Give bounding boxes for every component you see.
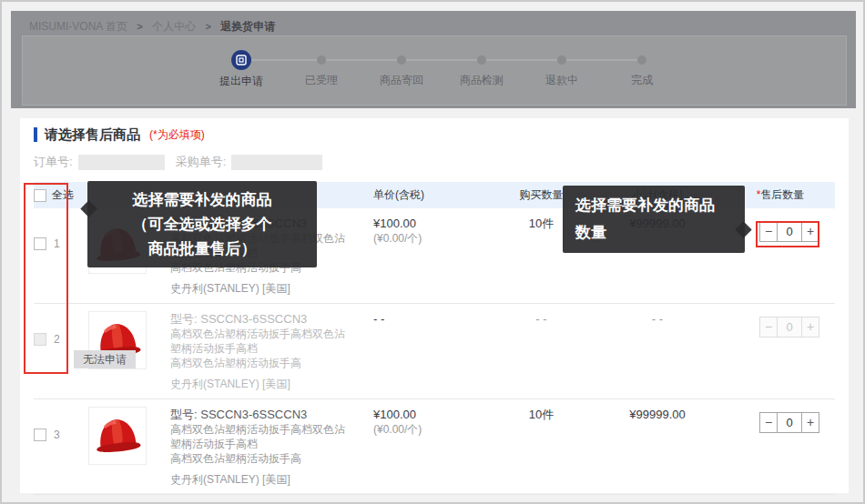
step-refunding: 退款中: [522, 49, 602, 89]
stepper-minus-button[interactable]: −: [759, 221, 778, 242]
product-desc: 高档双色沾塑柄活动扳手高档双色沾塑柄活动扳手高档: [170, 327, 348, 356]
row-checkbox[interactable]: [34, 237, 46, 250]
purchase-qty: 10件: [494, 407, 589, 422]
step-label: 商品寄回: [361, 73, 442, 88]
product-model: 型号: SSCCN3-6SSCCN3: [170, 407, 348, 422]
order-number-label: 订单号:: [34, 154, 73, 170]
stepper-plus-button: +: [801, 317, 819, 338]
header-unit-price: 单价(含税): [366, 187, 494, 203]
product-brand: 史丹利(STANLEY) [美国]: [170, 281, 348, 296]
row-index: 3: [54, 428, 60, 441]
subtotal: ¥99999.00: [589, 407, 726, 422]
step-complete: 完成: [602, 49, 682, 89]
unit-price: ¥100.00: [373, 216, 494, 231]
progress-steps: 提出申请 已受理 商品寄回 商品检测 退款中: [201, 49, 682, 89]
step-goods-returned: 商品寄回: [361, 49, 442, 89]
title-accent-bar: [34, 127, 37, 142]
service-qty-stepper: − 0 +: [759, 412, 819, 433]
select-all-label: 全选: [52, 187, 74, 203]
unit-price-per-piece: (¥0.00/个): [373, 231, 494, 246]
return-application-page: MISUMI-VONA 首页 > 个人中心 > 退换货申请 提出申请 已受理: [0, 0, 865, 504]
order-number-input[interactable]: [78, 155, 165, 170]
application-form-icon: [231, 50, 251, 70]
section-title-bar: 请选择售后商品 (*为必填项): [34, 126, 835, 143]
table-row-disabled: 2 无法申请 型号: SSCCN3-6SSCCN3 高档双色沾塑柄活动扳手高档双…: [34, 303, 835, 398]
select-service-goods-panel: 请选择售后商品 (*为必填项) 订单号: 采购单号: 全选 单价(含税) 购买数…: [20, 118, 849, 493]
subtotal: - -: [589, 311, 726, 327]
unit-price-per-piece: (¥0.00/个): [373, 422, 494, 437]
breadcrumb-current: 退换货申请: [220, 20, 275, 33]
unit-price: - -: [373, 311, 494, 327]
stepper-plus-button[interactable]: +: [801, 412, 819, 433]
stepper-value-input[interactable]: 0: [778, 221, 801, 242]
step-label: 完成: [602, 73, 682, 88]
stepper-plus-button[interactable]: +: [801, 221, 819, 242]
product-brand: 史丹利(STANLEY) [美国]: [170, 377, 348, 391]
page-title: 请选择售后商品: [45, 126, 140, 144]
stepper-minus-button: −: [759, 317, 778, 338]
stepper-minus-button[interactable]: −: [759, 412, 778, 433]
product-image-box: 无法申请: [88, 311, 147, 369]
table-row: 3 型号: SSCCN3-6SSCCN3 高档双色沾塑柄活动扳手高档双色沾塑柄活…: [34, 398, 835, 494]
purchase-number-label: 采购单号:: [176, 154, 227, 170]
step-goods-inspection: 商品检测: [442, 49, 522, 89]
dimmed-header-overlay: MISUMI-VONA 首页 > 个人中心 > 退换货申请 提出申请 已受理: [11, 11, 856, 108]
breadcrumb-home-link[interactable]: MISUMI-VONA 首页: [29, 20, 127, 33]
cannot-apply-badge: 无法申请: [74, 350, 136, 368]
product-desc: 高档双色沾塑柄活动扳手高: [170, 451, 348, 466]
breadcrumb-personal-center-link[interactable]: 个人中心: [152, 20, 196, 33]
progress-steps-panel: 提出申请 已受理 商品寄回 商品检测 退款中: [22, 35, 847, 106]
purchase-number-input[interactable]: [231, 155, 322, 170]
select-all-checkbox[interactable]: [34, 189, 46, 202]
breadcrumb: MISUMI-VONA 首页 > 个人中心 > 退换货申请: [29, 19, 275, 35]
row-checkbox-disabled: [34, 333, 46, 346]
red-helmet-image: [89, 408, 146, 464]
step-label: 退款中: [522, 73, 602, 88]
step-dot: [477, 55, 486, 65]
step-submit-application: 提出申请: [201, 49, 281, 89]
required-note: (*为必填项): [149, 127, 205, 143]
breadcrumb-separator: >: [205, 21, 210, 32]
product-image-box: [88, 407, 147, 465]
order-filter-form: 订单号: 采购单号:: [34, 154, 835, 170]
breadcrumb-separator: >: [137, 21, 142, 32]
service-qty-stepper-disabled: − 0 +: [759, 317, 819, 338]
unit-price: ¥100.00: [373, 407, 494, 422]
step-label: 已受理: [281, 73, 361, 88]
row-index: 1: [54, 237, 60, 250]
stepper-value-input: 0: [778, 317, 801, 338]
step-dot: [557, 55, 566, 65]
row-index: 2: [54, 333, 60, 346]
product-model: 型号: SSCCN3-6SSCCN3: [170, 311, 348, 327]
step-accepted: 已受理: [281, 49, 361, 89]
product-brand: 史丹利(STANLEY) [美国]: [170, 472, 348, 487]
row-checkbox[interactable]: [34, 428, 46, 441]
product-desc: 高档双色沾塑柄活动扳手高: [170, 356, 348, 370]
product-desc: 高档双色沾塑柄活动扳手高档双色沾塑柄活动扳手高档: [170, 422, 348, 451]
step-dot: [637, 55, 646, 65]
step-dot: [397, 55, 406, 65]
tour-tooltip-select-goods: 选择需要补发的商品 （可全选或选择多个 商品批量售后）: [87, 181, 317, 267]
tour-tooltip-quantity: 选择需要补发的商品 数量: [563, 186, 745, 253]
step-label: 提出申请: [201, 74, 281, 89]
service-qty-stepper: − 0 +: [759, 221, 819, 242]
step-dot: [317, 55, 326, 65]
step-label: 商品检测: [442, 73, 522, 88]
stepper-value-input[interactable]: 0: [778, 412, 801, 433]
purchase-qty: - -: [494, 311, 589, 327]
